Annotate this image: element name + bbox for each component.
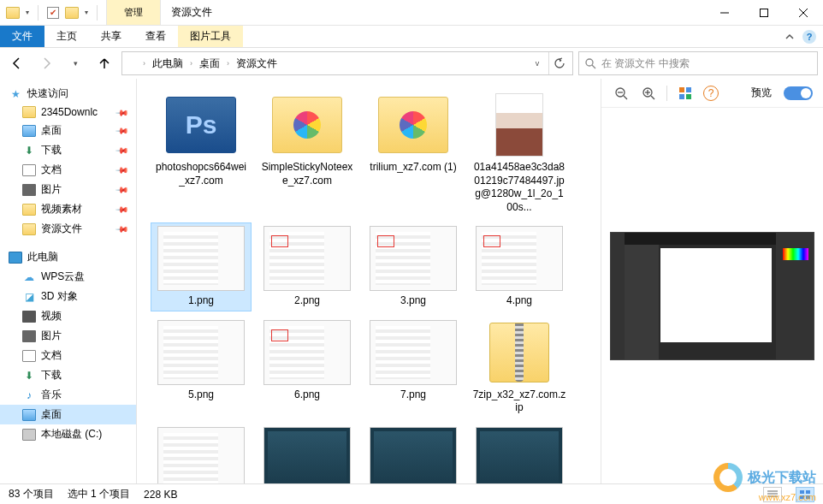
qat-properties-icon[interactable]: ✔ bbox=[47, 7, 59, 19]
sidebar-this-pc[interactable]: 此电脑 bbox=[0, 247, 136, 267]
close-button[interactable] bbox=[784, 0, 823, 26]
sidebar-item[interactable]: 视频素材📌 bbox=[0, 199, 136, 219]
sidebar-item[interactable]: ♪音乐 bbox=[0, 385, 136, 405]
file-item[interactable]: 4.png bbox=[469, 222, 570, 311]
file-item[interactable]: 2.png bbox=[257, 222, 358, 311]
sidebar-item-label: 音乐 bbox=[41, 388, 62, 402]
sidebar-quick-access[interactable]: ★ 快速访问 bbox=[0, 84, 136, 104]
zoom-in-icon[interactable] bbox=[639, 84, 658, 103]
minimize-button[interactable] bbox=[705, 0, 744, 26]
tab-share[interactable]: 共享 bbox=[89, 26, 133, 47]
qat-divider bbox=[38, 5, 38, 21]
crumb-sep-icon[interactable]: › bbox=[190, 59, 192, 68]
svg-rect-13 bbox=[679, 87, 684, 92]
sidebar-item-label: 3D 对象 bbox=[41, 289, 78, 304]
file-item[interactable]: 3.png bbox=[363, 222, 464, 311]
file-label: 5.png bbox=[188, 388, 214, 402]
crumb-sep-icon[interactable]: › bbox=[143, 59, 145, 68]
quick-access-label: 快速访问 bbox=[27, 86, 68, 101]
search-input[interactable]: 在 资源文件 中搜索 bbox=[578, 51, 818, 75]
tab-picture-tools[interactable]: 图片工具 bbox=[178, 26, 243, 47]
nav-recent-caret[interactable]: ▾ bbox=[63, 51, 87, 75]
file-item[interactable] bbox=[151, 424, 252, 483]
sidebar-item[interactable]: 桌面📌 bbox=[0, 121, 136, 140]
nav-forward-button[interactable] bbox=[34, 51, 58, 75]
svg-line-8 bbox=[624, 96, 627, 99]
sidebar-item[interactable]: 图片📌 bbox=[0, 180, 136, 199]
sidebar-item[interactable]: 图片 bbox=[0, 326, 136, 346]
status-bar: 83 个项目 选中 1 个项目 228 KB bbox=[0, 483, 823, 504]
sidebar-item[interactable]: 资源文件📌 bbox=[0, 219, 136, 239]
svg-rect-21 bbox=[806, 490, 810, 494]
sidebar-item-label: 视频素材 bbox=[41, 202, 82, 216]
file-label: 7.png bbox=[400, 388, 426, 402]
file-label: 2.png bbox=[294, 294, 320, 308]
file-item[interactable] bbox=[257, 424, 358, 483]
qat-divider-2 bbox=[97, 5, 98, 21]
sidebar-item[interactable]: ⬇下载 bbox=[0, 365, 136, 385]
pin-icon: 📌 bbox=[115, 105, 129, 119]
sidebar-item-label: 2345Downlc bbox=[41, 106, 98, 118]
sidebar-item[interactable]: ⬇下载📌 bbox=[0, 140, 136, 160]
sidebar-item[interactable]: ☁WPS云盘 bbox=[0, 267, 136, 287]
sidebar-item[interactable]: 2345Downlc📌 bbox=[0, 104, 136, 121]
crumb-desktop[interactable]: 桌面 bbox=[198, 55, 222, 73]
preview-toggle[interactable] bbox=[784, 86, 813, 100]
details-view-button[interactable] bbox=[763, 487, 782, 502]
file-item[interactable]: SimpleStickyNoteexe_xz7.com bbox=[257, 89, 358, 217]
file-item[interactable]: trilium_xz7.com (1) bbox=[363, 89, 464, 217]
zoom-out-icon[interactable] bbox=[612, 84, 631, 103]
svg-rect-22 bbox=[800, 495, 804, 499]
file-item[interactable]: Psphotoshopcs664wei_xz7.com bbox=[151, 89, 252, 217]
sidebar-item[interactable]: ◪3D 对象 bbox=[0, 287, 136, 306]
file-item[interactable]: 01a41458ae3c3da801219c77484497.jpg@1280w… bbox=[469, 89, 570, 217]
pin-icon: 📌 bbox=[115, 163, 129, 176]
file-item[interactable]: 7.png bbox=[363, 317, 464, 418]
qat-overflow-caret[interactable]: ▾ bbox=[85, 9, 88, 16]
file-label: 01a41458ae3c3da801219c77484497.jpg@1280w… bbox=[472, 161, 566, 214]
file-label: 4.png bbox=[506, 294, 532, 308]
file-item[interactable] bbox=[363, 424, 464, 483]
file-item[interactable]: 6.png bbox=[257, 317, 358, 418]
status-item-count: 83 个项目 bbox=[9, 487, 54, 501]
maximize-button[interactable] bbox=[744, 0, 784, 26]
tab-view[interactable]: 查看 bbox=[133, 26, 178, 47]
crumb-current[interactable]: 资源文件 bbox=[234, 55, 279, 73]
refresh-button[interactable] bbox=[548, 52, 569, 74]
file-item[interactable] bbox=[469, 424, 570, 483]
sidebar-item[interactable]: 文档📌 bbox=[0, 160, 136, 180]
preview-help-icon[interactable]: ? bbox=[703, 86, 719, 101]
file-tab[interactable]: 文件 bbox=[0, 26, 44, 47]
file-item[interactable]: 5.png bbox=[151, 317, 252, 418]
crumb-this-pc[interactable]: 此电脑 bbox=[151, 55, 185, 73]
app-folder-icon[interactable] bbox=[5, 5, 21, 21]
app-menu-caret[interactable]: ▾ bbox=[26, 9, 29, 16]
nav-up-button[interactable] bbox=[92, 51, 116, 75]
sidebar-item[interactable]: 文档 bbox=[0, 346, 136, 365]
address-history-caret[interactable]: v bbox=[530, 59, 545, 68]
file-list[interactable]: Psphotoshopcs664wei_xz7.comSimpleStickyN… bbox=[137, 79, 601, 483]
address-box[interactable]: › 此电脑 › 桌面 › 资源文件 v bbox=[121, 51, 573, 75]
file-label: 6.png bbox=[294, 388, 320, 402]
ribbon-context-label: 管理 bbox=[106, 0, 161, 25]
svg-line-12 bbox=[651, 96, 654, 99]
file-item[interactable]: 1.png bbox=[151, 222, 252, 311]
file-item[interactable]: 7zip_x32_xz7.com.zip bbox=[469, 317, 570, 418]
sidebar-item-label: 下载 bbox=[41, 143, 62, 157]
pin-icon: 📌 bbox=[115, 143, 129, 157]
status-selection: 选中 1 个项目 bbox=[68, 487, 130, 501]
grid-view-icon[interactable] bbox=[676, 84, 695, 103]
nav-sidebar[interactable]: ★ 快速访问 2345Downlc📌桌面📌⬇下载📌文档📌图片📌视频素材📌资源文件… bbox=[0, 79, 137, 483]
qat-folder-icon[interactable] bbox=[64, 5, 80, 21]
nav-back-button[interactable] bbox=[5, 51, 29, 75]
sidebar-item[interactable]: 本地磁盘 (C:) bbox=[0, 424, 136, 444]
sidebar-item[interactable]: 视频 bbox=[0, 306, 136, 326]
help-icon[interactable]: ? bbox=[802, 30, 816, 44]
tab-home[interactable]: 主页 bbox=[44, 26, 89, 47]
preview-label: 预览 bbox=[751, 86, 772, 100]
thumbnails-view-button[interactable] bbox=[796, 487, 814, 502]
sidebar-item-label: 文档 bbox=[41, 348, 62, 363]
sidebar-item[interactable]: 桌面 bbox=[0, 405, 136, 424]
ribbon-collapse-icon[interactable] bbox=[777, 26, 802, 47]
crumb-sep-icon[interactable]: › bbox=[227, 59, 229, 68]
